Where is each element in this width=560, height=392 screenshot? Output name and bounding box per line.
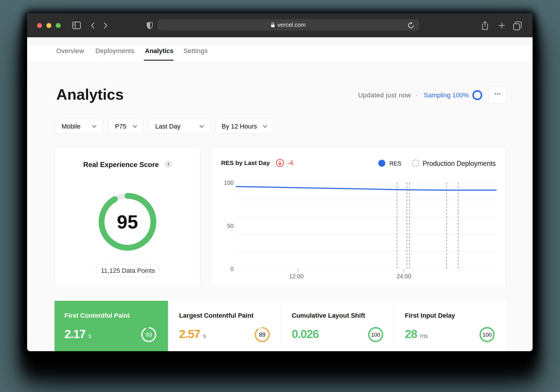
svg-text:100: 100 — [482, 332, 492, 338]
svg-text:100: 100 — [224, 180, 234, 186]
svg-text:0: 0 — [230, 266, 234, 272]
svg-text:50: 50 — [227, 223, 234, 229]
svg-text:24:00: 24:00 — [397, 273, 411, 280]
svg-text:100: 100 — [371, 332, 380, 338]
svg-text:93: 93 — [146, 331, 152, 338]
svg-text:89: 89 — [259, 331, 265, 338]
svg-text:12:00: 12:00 — [289, 273, 304, 280]
